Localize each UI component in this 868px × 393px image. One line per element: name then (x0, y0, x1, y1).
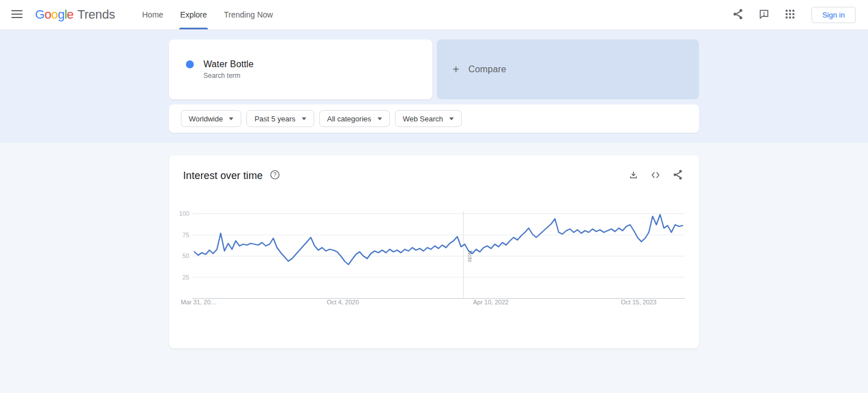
share-icon (673, 169, 683, 182)
hamburger-icon (11, 10, 23, 20)
chart-toolbar (627, 169, 684, 182)
chevron-down-icon (377, 117, 382, 120)
share-button[interactable] (731, 8, 745, 21)
filter-category-dropdown[interactable]: All categories (319, 110, 390, 127)
sign-in-button[interactable]: Sign in (811, 7, 856, 23)
x-axis-tick-label: Mar 31, 20… (181, 299, 217, 305)
filter-time-range-dropdown[interactable]: Past 5 years (246, 110, 314, 127)
chart-title: Interest over time (183, 170, 263, 182)
download-button[interactable] (627, 169, 640, 182)
main-content: Interest over time ? (0, 143, 868, 348)
search-term-title: Water Bottle (203, 59, 254, 69)
svg-text:?: ? (273, 171, 276, 178)
feedback-icon (758, 8, 770, 21)
x-axis-tick-label: Oct 15, 2023 (621, 299, 657, 305)
google-logo-letter: G (35, 7, 45, 21)
query-section: Water Bottle Search term + Compare World… (0, 30, 868, 143)
search-term-card[interactable]: Water Bottle Search term (169, 40, 432, 99)
trends-logo-text: Trends (77, 7, 115, 22)
plus-icon: + (453, 63, 459, 76)
compare-label: Compare (468, 64, 506, 75)
feedback-button[interactable] (757, 8, 771, 21)
filters-bar: Worldwide Past 5 years All categories We… (169, 104, 699, 133)
nav-tab-home[interactable]: Home (141, 0, 164, 29)
search-term-text: Water Bottle Search term (203, 59, 254, 80)
download-icon (628, 170, 639, 182)
y-axis-tick-label: 100 (179, 210, 189, 217)
help-button[interactable]: ? (270, 170, 280, 181)
filter-region-dropdown[interactable]: Worldwide (181, 110, 241, 127)
compare-add-card[interactable]: + Compare (437, 40, 699, 99)
primary-nav: Home Explore Trending Now (141, 0, 274, 29)
series-color-dot (186, 60, 194, 68)
nav-tab-trending-now[interactable]: Trending Now (223, 0, 274, 29)
menu-button[interactable] (10, 0, 24, 29)
google-logo-letter: g (58, 7, 64, 21)
y-axis-tick-label: 25 (183, 274, 189, 281)
x-axis-tick-label: Oct 4, 2020 (327, 299, 359, 305)
embed-icon (650, 170, 661, 182)
interest-over-time-card: Interest over time ? (169, 155, 699, 348)
chevron-down-icon (449, 117, 454, 120)
chart-header: Interest over time ? (169, 155, 699, 182)
help-icon: ? (270, 170, 280, 181)
chevron-down-icon (302, 117, 306, 120)
nav-tab-explore[interactable]: Explore (179, 0, 208, 29)
y-axis-tick-label: 75 (183, 232, 189, 238)
share-icon (733, 8, 743, 21)
google-logo-letter: o (51, 7, 58, 21)
google-logo-letter: e (67, 7, 73, 21)
trend-line[interactable] (194, 215, 683, 265)
share-chart-button[interactable] (671, 169, 684, 182)
apps-button[interactable] (783, 8, 797, 21)
y-axis-tick-label: 50 (183, 252, 189, 259)
embed-button[interactable] (649, 169, 662, 182)
chevron-down-icon (229, 117, 233, 120)
top-nav-bar: Google Trends Home Explore Trending Now … (0, 0, 868, 30)
top-actions: Sign in (731, 0, 856, 29)
apps-grid-icon (785, 9, 795, 21)
google-trends-logo[interactable]: Google Trends (35, 0, 115, 29)
search-term-subtitle: Search term (203, 72, 254, 80)
google-logo-letter: o (45, 7, 51, 21)
google-logo-text: Google (35, 7, 73, 22)
filter-search-type-dropdown[interactable]: Web Search (395, 110, 462, 127)
query-cards-row: Water Bottle Search term + Compare (169, 40, 699, 99)
interest-over-time-chart[interactable]: 100755025NoteMar 31, 20…Oct 4, 2020Apr 1… (169, 207, 699, 317)
x-axis-tick-label: Apr 10, 2022 (473, 299, 509, 305)
